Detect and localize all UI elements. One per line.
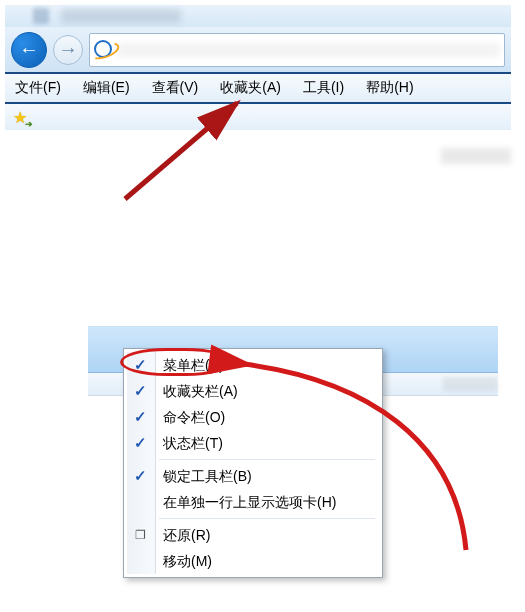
check-icon: ✓: [129, 378, 151, 404]
context-menu-separator: [159, 459, 375, 460]
toolbar-context-menu: ✓ 菜单栏(E) ✓ 收藏夹栏(A) ✓ 命令栏(O) ✓ 状态栏(T) ✓ 锁…: [123, 348, 383, 578]
check-icon: ✓: [129, 463, 151, 489]
ctx-label: 命令栏(O): [163, 409, 225, 425]
address-text-blur: [118, 43, 500, 57]
back-button[interactable]: ←: [11, 32, 47, 68]
ctx-item-tabs-separate-row[interactable]: 在单独一行上显示选项卡(H): [155, 489, 379, 515]
ctx-item-favorites-bar[interactable]: ✓ 收藏夹栏(A): [155, 378, 379, 404]
arrow-left-icon: ←: [19, 38, 39, 61]
ctx-label: 还原(R): [163, 527, 210, 543]
address-bar[interactable]: [89, 33, 505, 67]
menu-view[interactable]: 查看(V): [152, 79, 199, 97]
menu-edit[interactable]: 编辑(E): [83, 79, 130, 97]
nav-toolbar: ← →: [5, 27, 511, 72]
add-favorite-icon[interactable]: ★➔: [13, 108, 27, 127]
menu-favorites[interactable]: 收藏夹(A): [220, 79, 281, 97]
window-titlebar: [5, 5, 511, 27]
arrow-right-icon: →: [58, 38, 78, 61]
menu-tools[interactable]: 工具(I): [303, 79, 344, 97]
titlebar-favicon: [33, 8, 49, 24]
menu-bar: 文件(F) 编辑(E) 查看(V) 收藏夹(A) 工具(I) 帮助(H): [5, 72, 511, 104]
ctx-item-command-bar[interactable]: ✓ 命令栏(O): [155, 404, 379, 430]
ctx-item-menubar[interactable]: ✓ 菜单栏(E): [155, 352, 379, 378]
browser-window-top: ← → 文件(F) 编辑(E) 查看(V) 收藏夹(A) 工具(I) 帮助(H)…: [5, 5, 511, 210]
ctx-label: 收藏夹栏(A): [163, 383, 238, 399]
check-icon: ✓: [129, 352, 151, 378]
ctx-label: 菜单栏(E): [163, 357, 224, 373]
page-content-blur: [5, 138, 511, 178]
menu-file[interactable]: 文件(F): [15, 79, 61, 97]
ctx-item-restore[interactable]: ❐ 还原(R): [155, 522, 379, 548]
ie-logo-icon: [94, 40, 114, 60]
ctx-item-lock-toolbars[interactable]: ✓ 锁定工具栏(B): [155, 463, 379, 489]
favorites-toolbar: ★➔: [5, 104, 511, 130]
restore-icon: ❐: [129, 522, 151, 548]
forward-button[interactable]: →: [53, 35, 83, 65]
context-menu-separator: [159, 518, 375, 519]
ctx-label: 移动(M): [163, 553, 212, 569]
ctx-item-move[interactable]: 移动(M): [155, 548, 379, 574]
star-arrow-icon: ➔: [25, 119, 33, 129]
check-icon: ✓: [129, 404, 151, 430]
check-icon: ✓: [129, 430, 151, 456]
ctx-label: 在单独一行上显示选项卡(H): [163, 494, 336, 510]
browser-window-bottom: ✓ 菜单栏(E) ✓ 收藏夹栏(A) ✓ 命令栏(O) ✓ 状态栏(T) ✓ 锁…: [88, 326, 498, 606]
ctx-label: 状态栏(T): [163, 435, 223, 451]
titlebar-title-blur: [61, 9, 181, 23]
menu-help[interactable]: 帮助(H): [366, 79, 413, 97]
ctx-item-status-bar[interactable]: ✓ 状态栏(T): [155, 430, 379, 456]
ctx-label: 锁定工具栏(B): [163, 468, 252, 484]
